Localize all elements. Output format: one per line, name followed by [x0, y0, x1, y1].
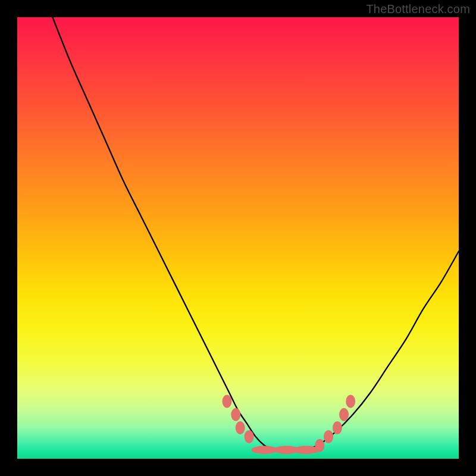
- bottleneck-curve-svg: [17, 17, 459, 459]
- marker-dot: [333, 421, 342, 434]
- marker-dot: [245, 430, 254, 443]
- watermark-label: TheBottleneck.com: [366, 2, 470, 16]
- marker-dot: [231, 408, 240, 421]
- marker-dot: [222, 395, 231, 408]
- plot-area: [17, 17, 459, 459]
- marker-dot: [339, 408, 349, 421]
- marker-dot: [324, 430, 333, 443]
- chart-frame: TheBottleneck.com: [0, 0, 476, 476]
- marker-dot: [236, 421, 245, 434]
- marker-dot: [346, 395, 355, 408]
- marker-dot: [315, 439, 324, 452]
- bottleneck-curve-path: [52, 17, 459, 450]
- curve-markers: [222, 395, 355, 455]
